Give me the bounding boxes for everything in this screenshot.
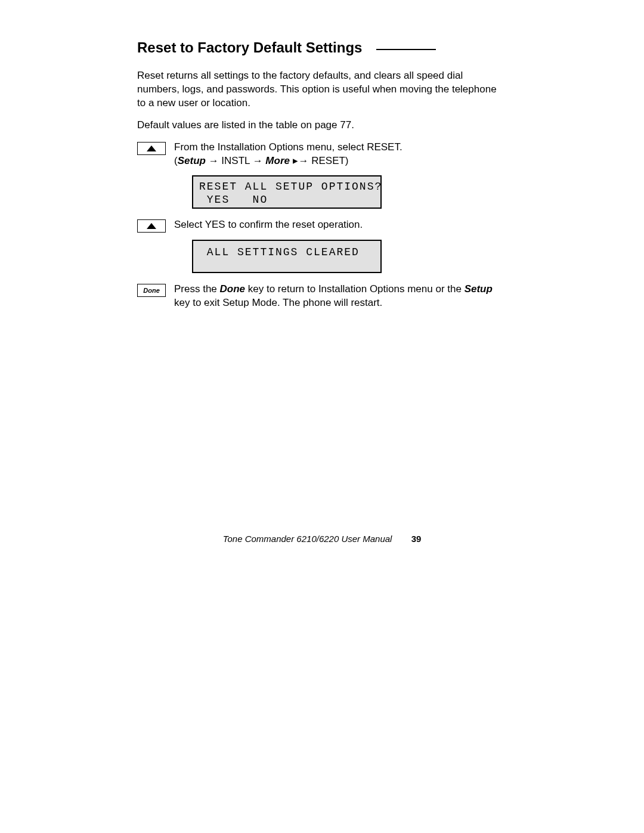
up-key-icon <box>137 142 166 155</box>
lcd-display-2: ALL SETTINGS CLEARED <box>192 240 382 273</box>
page-footer: Tone Commander 6210/6220 User Manual 39 <box>0 534 644 544</box>
done-key-icon: Done <box>137 284 166 297</box>
step-1-text: From the Installation Options menu, sele… <box>174 141 402 168</box>
bc-instl: INSTL <box>221 155 250 166</box>
up-key-icon <box>137 219 166 233</box>
page-title: Reset to Factory Default Settings <box>137 39 362 56</box>
step3-c: key to exit Setup Mode. The phone will r… <box>174 297 382 308</box>
step-2-text: Select YES to confirm the reset operatio… <box>174 218 363 232</box>
step-1-instruction: From the Installation Options menu, sele… <box>174 141 402 154</box>
footer-title: Tone Commander 6210/6220 User Manual <box>223 534 392 544</box>
intro-paragraph-2: Default values are listed in the table o… <box>137 119 507 132</box>
lcd-display-1: RESET ALL SETUP OPTIONS? YES NO <box>192 175 382 209</box>
bc-arrow-1: → <box>206 155 221 166</box>
bc-more: More <box>265 155 290 166</box>
svg-marker-0 <box>147 145 156 151</box>
step3-b: key to return to Installation Options me… <box>245 283 465 295</box>
step3-a: Press the <box>174 283 220 295</box>
done-key-label: Done <box>143 287 160 294</box>
step3-done: Done <box>220 283 246 295</box>
bc-reset: RESET) <box>311 155 348 166</box>
lcd1-line2: YES NO <box>199 194 268 206</box>
heading-row: Reset to Factory Default Settings <box>137 39 507 56</box>
heading-rule <box>376 49 436 50</box>
step-1: From the Installation Options menu, sele… <box>137 141 507 168</box>
lcd2-line1: ALL SETTINGS CLEARED <box>199 246 360 259</box>
step3-setup: Setup <box>465 283 493 295</box>
footer-page-number: 39 <box>411 534 422 544</box>
bc-arrow-2: → <box>250 155 265 166</box>
step-2: Select YES to confirm the reset operatio… <box>137 218 507 233</box>
bc-setup: Setup <box>178 155 206 166</box>
intro-paragraph-1: Reset returns all settings to the factor… <box>137 69 507 110</box>
step-3: Done Press the Done key to return to Ins… <box>137 283 507 310</box>
step-3-text: Press the Done key to return to Installa… <box>174 283 507 310</box>
svg-marker-1 <box>147 223 156 229</box>
lcd1-line1: RESET ALL SETUP OPTIONS? <box>199 181 382 193</box>
bc-arrow-3: → <box>298 155 311 166</box>
step-1-breadcrumb: (Setup → INSTL → More ▸ → RESET) <box>174 154 402 168</box>
